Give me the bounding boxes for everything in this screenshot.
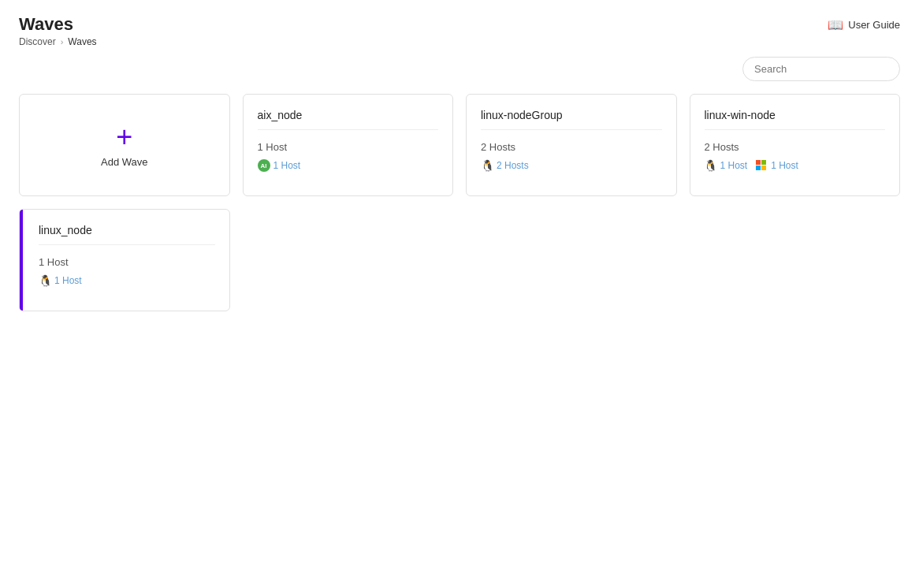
user-guide-label: User Guide [848, 19, 900, 31]
wave-os-list: AI 1 Host [258, 159, 439, 172]
breadcrumb: Discover › Waves [19, 36, 97, 47]
windows-icon [755, 159, 768, 172]
svg-rect-2 [756, 166, 761, 170]
linux-icon: 🐧 [481, 159, 493, 172]
accent-bar [20, 210, 23, 311]
wave-os-list: 🐧 1 Host 1 Host [705, 159, 886, 172]
svg-rect-1 [761, 160, 766, 165]
wave-hosts-count: 1 Host [39, 256, 215, 268]
add-wave-card[interactable]: + Add Wave [19, 94, 230, 196]
os-badge-linux[interactable]: 🐧 1 Host [39, 274, 82, 287]
wave-divider [481, 129, 662, 130]
wave-name: linux-nodeGroup [481, 109, 662, 121]
wave-card-linux-nodegroup[interactable]: linux-nodeGroup 2 Hosts 🐧 2 Hosts [466, 94, 677, 196]
breadcrumb-current: Waves [68, 36, 96, 47]
os-badge-label: 1 Host [720, 160, 748, 171]
toolbar [0, 47, 919, 94]
waves-grid-row1: + Add Wave aix_node 1 Host AI 1 Host lin… [0, 94, 919, 196]
wave-hosts-count: 2 Hosts [705, 141, 886, 153]
svg-rect-0 [756, 160, 761, 165]
search-wrapper [742, 57, 900, 81]
add-wave-label: Add Wave [101, 156, 148, 168]
os-badge-label: 1 Host [771, 160, 798, 171]
breadcrumb-parent[interactable]: Discover [19, 36, 56, 47]
header-left: Waves Discover › Waves [19, 14, 97, 47]
os-badge-label: 1 Host [54, 275, 82, 286]
wave-os-list: 🐧 1 Host [39, 274, 215, 287]
waves-grid-row2: linux_node 1 Host 🐧 1 Host [0, 196, 919, 311]
wave-divider [258, 129, 439, 130]
header: Waves Discover › Waves 📖 User Guide [0, 0, 919, 47]
wave-name: linux-win-node [705, 109, 886, 121]
breadcrumb-separator: › [61, 37, 64, 47]
header-right: 📖 User Guide [828, 14, 900, 32]
wave-name: linux_node [39, 224, 215, 236]
os-badge-aix[interactable]: AI 1 Host [258, 159, 301, 172]
aix-icon: AI [258, 159, 270, 172]
os-badge-linux[interactable]: 🐧 1 Host [705, 159, 748, 172]
wave-hosts-count: 1 Host [258, 141, 439, 153]
add-icon: + [116, 123, 132, 151]
os-badge-linux[interactable]: 🐧 2 Hosts [481, 159, 529, 172]
wave-divider [705, 129, 886, 130]
wave-hosts-count: 2 Hosts [481, 141, 662, 153]
page-title: Waves [19, 14, 97, 35]
svg-rect-3 [761, 166, 766, 170]
wave-divider [39, 244, 215, 245]
linux-icon: 🐧 [705, 159, 717, 172]
book-icon: 📖 [828, 17, 843, 32]
wave-card-linux-win-node[interactable]: linux-win-node 2 Hosts 🐧 1 Host 1 Hos [690, 94, 901, 196]
wave-card-linux-node[interactable]: linux_node 1 Host 🐧 1 Host [19, 209, 230, 311]
wave-name: aix_node [258, 109, 439, 121]
os-badge-label: 2 Hosts [497, 160, 529, 171]
linux-icon: 🐧 [39, 274, 51, 287]
user-guide-button[interactable]: 📖 User Guide [828, 17, 900, 32]
wave-os-list: 🐧 2 Hosts [481, 159, 662, 172]
search-input[interactable] [742, 57, 900, 81]
wave-card-aix-node[interactable]: aix_node 1 Host AI 1 Host [243, 94, 454, 196]
os-badge-label: 1 Host [273, 160, 301, 171]
os-badge-windows[interactable]: 1 Host [755, 159, 798, 172]
